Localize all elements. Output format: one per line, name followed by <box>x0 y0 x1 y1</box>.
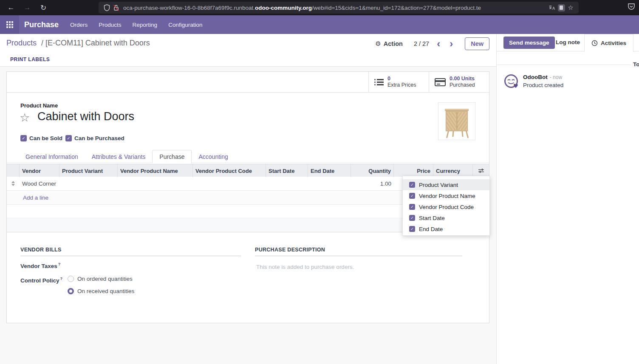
log-note-button[interactable]: Log note <box>556 39 580 45</box>
radio-on-received[interactable]: On received quantities <box>68 288 134 294</box>
date-separator-label: To <box>633 61 639 68</box>
dropdown-item-product-variant[interactable]: ✓ Product Variant <box>403 179 489 190</box>
menu-products[interactable]: Products <box>93 15 127 34</box>
start-date-column-header[interactable]: Start Date <box>266 164 308 177</box>
optional-columns-toggle[interactable] <box>473 164 489 177</box>
purchased-units-stat-button[interactable]: 0.00 Units Purchased <box>429 72 489 92</box>
vendor-cell[interactable]: Wood Corner <box>20 181 59 187</box>
message-timestamp: - now <box>550 74 562 80</box>
add-a-line-link[interactable]: Add a line <box>23 195 48 201</box>
stat-button-strip: 0 Extra Prices 0.00 Units Purchased <box>7 72 489 93</box>
start-date-checkbox[interactable]: ✓ <box>409 215 415 221</box>
breadcrumb-products-link[interactable]: Products <box>6 39 37 47</box>
browser-forward-icon[interactable]: → <box>21 2 33 13</box>
help-marker[interactable]: ? <box>58 262 61 266</box>
vendor-product-code-column-header[interactable]: Vendor Product Code <box>193 164 266 177</box>
price-column-header[interactable]: Price <box>394 164 433 177</box>
notebook-tabs: General Information Attributes & Variant… <box>7 150 489 163</box>
product-variant-checkbox[interactable]: ✓ <box>409 182 415 188</box>
menu-configuration[interactable]: Configuration <box>163 15 208 34</box>
menu-orders[interactable]: Orders <box>65 15 93 34</box>
pager-counter: 2 / 27 <box>414 40 429 47</box>
optional-columns-dropdown: ✓ Product Variant ✓ Vendor Product Name … <box>402 176 490 236</box>
browser-back-icon[interactable]: ← <box>5 2 17 13</box>
translate-icon[interactable]: A <box>547 3 557 12</box>
send-message-button[interactable]: Send message <box>503 37 555 49</box>
breadcrumb: Products / [E-COM11] Cabinet with Doors <box>6 39 150 48</box>
insecure-lock-icon[interactable] <box>111 3 121 12</box>
vendor-product-code-checkbox[interactable]: ✓ <box>409 204 415 210</box>
cabinet-body <box>446 111 468 131</box>
radio-checked-icon[interactable] <box>68 288 74 294</box>
app-name[interactable]: Purchase <box>19 20 65 29</box>
menu-reporting[interactable]: Reporting <box>127 15 163 34</box>
tab-general-information[interactable]: General Information <box>19 150 85 163</box>
can-be-sold-label: Can be Sold <box>29 135 62 141</box>
product-name-value[interactable]: Cabinet with Doors <box>37 110 134 123</box>
pager-previous-icon[interactable]: ‹ <box>435 40 442 48</box>
odoo-navbar: Purchase Orders Products Reporting Confi… <box>0 15 639 34</box>
dropdown-item-end-date[interactable]: ✓ End Date <box>403 223 489 234</box>
extension-icon[interactable] <box>557 3 566 12</box>
end-date-column-header[interactable]: End Date <box>308 164 351 177</box>
chatter-panel: Send message Log note Activities To ♥ Od… <box>496 34 639 364</box>
product-image[interactable] <box>438 102 475 140</box>
tab-purchase[interactable]: Purchase <box>152 150 192 164</box>
purchase-description-title: PURCHASE DESCRIPTION <box>255 247 462 256</box>
extra-prices-stat-button[interactable]: 0 Extra Prices <box>368 72 429 92</box>
can-be-purchased-checkbox[interactable]: ✓ <box>65 135 72 141</box>
browser-chrome: ← → ↻ oca-purchase-workflow-16-0-8b68f7a… <box>0 0 639 15</box>
quantity-column-header[interactable]: Quantity <box>351 164 394 177</box>
radio-unchecked-icon[interactable] <box>68 276 74 282</box>
address-bar[interactable]: oca-purchase-workflow-16-0-8b68f7a69f9c.… <box>99 2 579 14</box>
activities-button[interactable]: Activities <box>584 34 633 52</box>
control-policy-label: Control Policy? <box>20 277 62 284</box>
vendor-column-header[interactable]: Vendor <box>20 164 59 177</box>
vendor-product-name-column-header[interactable]: Vendor Product Name <box>118 164 193 177</box>
new-button[interactable]: New <box>465 37 489 50</box>
dropdown-item-vendor-product-name[interactable]: ✓ Vendor Product Name <box>403 190 489 201</box>
purchase-description-input[interactable]: This note is added to purchase orders. <box>256 264 354 270</box>
account-badge-icon[interactable] <box>627 2 636 12</box>
tab-attributes-variants[interactable]: Attributes & Variants <box>85 150 153 163</box>
control-panel: Products / [E-COM11] Cabinet with Doors … <box>0 34 496 53</box>
pager-next-icon[interactable]: › <box>448 40 455 48</box>
url-text: oca-purchase-workflow-16-0-8b68f7a69f9c.… <box>123 5 547 11</box>
message-author[interactable]: OdooBot- now <box>523 74 562 80</box>
currency-column-header[interactable]: Currency <box>433 164 473 177</box>
dropdown-item-start-date[interactable]: ✓ Start Date <box>403 212 489 223</box>
main-area: Products / [E-COM11] Cabinet with Doors … <box>0 34 496 364</box>
can-be-sold-checkbox[interactable]: ✓ <box>20 135 27 141</box>
shield-icon[interactable] <box>102 3 111 12</box>
credit-card-icon <box>435 78 446 86</box>
vendor-taxes-label: Vendor Taxes? <box>20 262 60 269</box>
apps-grid-icon <box>6 21 13 28</box>
bookmark-star-icon[interactable]: ☆ <box>566 3 575 12</box>
screen: ← → ↻ oca-purchase-workflow-16-0-8b68f7a… <box>0 0 639 364</box>
url-fade <box>528 5 547 11</box>
product-variant-column-header[interactable]: Product Variant <box>59 164 118 177</box>
message-body: Product created <box>523 82 563 88</box>
print-labels-button[interactable]: PRINT LABELS <box>10 56 50 62</box>
radio-on-ordered[interactable]: On ordered quantities <box>68 276 133 282</box>
row-drag-handle[interactable] <box>7 181 20 186</box>
clock-icon <box>591 40 598 46</box>
odoobot-avatar[interactable]: ♥ <box>503 73 519 89</box>
browser-reload-icon[interactable]: ↻ <box>37 2 49 13</box>
action-menu-button[interactable]: ⚙ Action <box>375 40 403 48</box>
sliders-icon <box>478 168 484 174</box>
help-marker[interactable]: ? <box>60 277 63 281</box>
vendor-product-name-checkbox[interactable]: ✓ <box>409 193 415 199</box>
product-name-label: Product Name <box>20 102 58 109</box>
table-header-row: Vendor Product Variant Vendor Product Na… <box>7 164 489 177</box>
dropdown-item-vendor-product-code[interactable]: ✓ Vendor Product Code <box>403 201 489 212</box>
apps-menu-button[interactable] <box>0 15 19 34</box>
tab-accounting[interactable]: Accounting <box>192 150 235 163</box>
favorite-star-icon[interactable]: ☆ <box>20 111 30 124</box>
pricelist-icon <box>374 79 384 85</box>
end-date-checkbox[interactable]: ✓ <box>409 226 415 232</box>
product-form-sheet: 0 Extra Prices 0.00 Units Purchased Prod… <box>6 71 489 323</box>
quantity-cell[interactable]: 1.00 <box>351 181 394 187</box>
svg-text:A: A <box>552 6 555 11</box>
button-box-bar: PRINT LABELS <box>0 53 496 67</box>
